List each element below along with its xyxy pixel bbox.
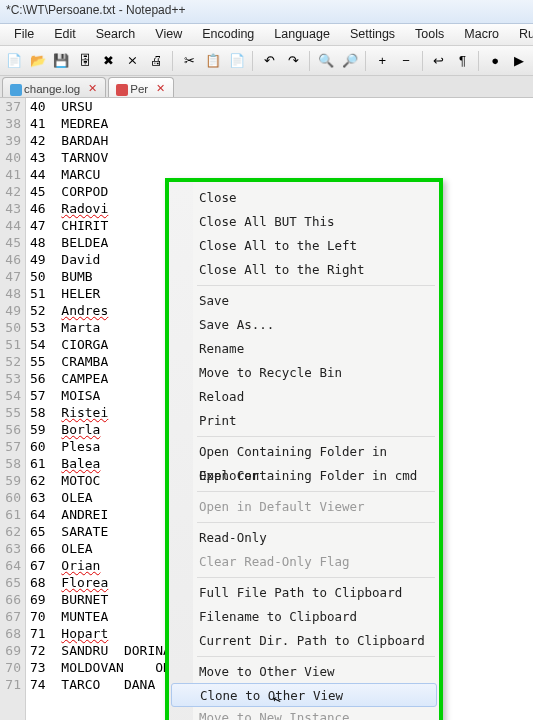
line-number: 42 [2, 183, 21, 200]
undo-icon[interactable]: ↶ [258, 50, 280, 72]
paste-icon[interactable]: 📄 [226, 50, 248, 72]
line-number: 46 [2, 251, 21, 268]
context-menu-item: Open in Default Viewer [169, 495, 439, 519]
zoom-in-icon[interactable]: + [371, 50, 393, 72]
context-menu-item[interactable]: Open Containing Folder in Explorer [169, 440, 439, 464]
context-menu-item[interactable]: Move to Recycle Bin [169, 361, 439, 385]
context-menu-item[interactable]: Open Containing Folder in cmd [169, 464, 439, 488]
copy-icon[interactable]: 📋 [202, 50, 224, 72]
mouse-cursor-icon: ↖ [268, 685, 284, 710]
line-number: 65 [2, 574, 21, 591]
context-menu-item[interactable]: Close [169, 186, 439, 210]
menu-edit[interactable]: Edit [44, 24, 86, 45]
context-menu-item[interactable]: Move to Other View [169, 660, 439, 684]
context-menu-item[interactable]: Current Dir. Path to Clipboard [169, 629, 439, 653]
zoom-out-icon[interactable]: − [395, 50, 417, 72]
close-all-icon[interactable]: ⨯ [122, 50, 144, 72]
menu-language[interactable]: Language [264, 24, 340, 45]
line-number: 71 [2, 676, 21, 693]
context-menu-item[interactable]: Save As... [169, 313, 439, 337]
code-line[interactable]: 43 TARNOV [30, 149, 533, 166]
tab-label: change.log [24, 83, 80, 95]
line-number: 58 [2, 455, 21, 472]
context-menu-item[interactable]: Read-Only [169, 526, 439, 550]
close-icon[interactable]: ✖ [98, 50, 120, 72]
toolbar-separator [172, 51, 173, 71]
line-number: 57 [2, 438, 21, 455]
line-number: 56 [2, 421, 21, 438]
line-number: 64 [2, 557, 21, 574]
context-menu-separator [197, 491, 435, 492]
log-file-icon [9, 83, 20, 94]
find-icon[interactable]: 🔍 [315, 50, 337, 72]
toolbar-separator [422, 51, 423, 71]
line-number: 61 [2, 506, 21, 523]
line-number: 48 [2, 285, 21, 302]
tab-label: Per [130, 83, 148, 95]
menu-tools[interactable]: Tools [405, 24, 454, 45]
line-number: 45 [2, 234, 21, 251]
context-menu-item[interactable]: Close All BUT This [169, 210, 439, 234]
code-line[interactable]: 40 URSU [30, 98, 533, 115]
menu-run[interactable]: Run [509, 24, 533, 45]
toolbar-separator [365, 51, 366, 71]
show-all-icon[interactable]: ¶ [452, 50, 474, 72]
menubar: FileEditSearchViewEncodingLanguageSettin… [0, 24, 533, 46]
context-menu-item[interactable]: Full File Path to Clipboard [169, 581, 439, 605]
code-line[interactable]: 42 BARDAH [30, 132, 533, 149]
toolbar: 📄📂💾🗄✖⨯🖨✂📋📄↶↷🔍🔎+−↩¶●▶ [0, 46, 533, 76]
wrap-icon[interactable]: ↩ [428, 50, 450, 72]
menu-macro[interactable]: Macro [454, 24, 509, 45]
context-menu-item[interactable]: Filename to Clipboard [169, 605, 439, 629]
context-menu-item: Clear Read-Only Flag [169, 550, 439, 574]
line-number: 62 [2, 523, 21, 540]
context-menu-item: Move to New Instance [169, 706, 439, 720]
play-macro-icon[interactable]: ▶ [508, 50, 530, 72]
tab-context-menu: CloseClose All BUT ThisClose All to the … [165, 178, 443, 720]
line-number: 67 [2, 608, 21, 625]
tab[interactable]: change.log✕ [2, 77, 106, 97]
menu-encoding[interactable]: Encoding [192, 24, 264, 45]
context-menu-item[interactable]: Reload [169, 385, 439, 409]
context-menu-separator [197, 577, 435, 578]
print-icon[interactable]: 🖨 [146, 50, 168, 72]
menu-search[interactable]: Search [86, 24, 146, 45]
new-file-icon[interactable]: 📄 [3, 50, 25, 72]
menu-file[interactable]: File [4, 24, 44, 45]
toolbar-separator [252, 51, 253, 71]
line-number: 66 [2, 591, 21, 608]
toolbar-separator [478, 51, 479, 71]
context-menu-item[interactable]: Close All to the Right [169, 258, 439, 282]
line-number: 38 [2, 115, 21, 132]
open-file-icon[interactable]: 📂 [27, 50, 49, 72]
code-line[interactable]: 41 MEDREA [30, 115, 533, 132]
context-menu-separator [197, 285, 435, 286]
tab-close-icon[interactable]: ✕ [156, 82, 165, 95]
cut-icon[interactable]: ✂ [178, 50, 200, 72]
line-number: 39 [2, 132, 21, 149]
context-menu-item[interactable]: Clone to Other View↖ [171, 683, 437, 707]
line-number: 50 [2, 319, 21, 336]
record-macro-icon[interactable]: ● [484, 50, 506, 72]
context-menu-item[interactable]: Rename [169, 337, 439, 361]
menu-settings[interactable]: Settings [340, 24, 405, 45]
line-number: 63 [2, 540, 21, 557]
redo-icon[interactable]: ↷ [282, 50, 304, 72]
line-number: 40 [2, 149, 21, 166]
tab-close-icon[interactable]: ✕ [88, 82, 97, 95]
window-titlebar: *C:\WT\Persoane.txt - Notepad++ [0, 0, 533, 24]
line-number: 60 [2, 489, 21, 506]
menu-view[interactable]: View [145, 24, 192, 45]
line-number: 47 [2, 268, 21, 285]
context-menu-item[interactable]: Save [169, 289, 439, 313]
save-icon[interactable]: 💾 [51, 50, 73, 72]
editor[interactable]: 3738394041424344454647484950515253545556… [0, 98, 533, 720]
line-number: 43 [2, 200, 21, 217]
context-menu-item[interactable]: Print [169, 409, 439, 433]
context-menu-item[interactable]: Close All to the Left [169, 234, 439, 258]
text-file-icon [115, 83, 126, 94]
save-all-icon[interactable]: 🗄 [74, 50, 96, 72]
context-menu-separator [197, 656, 435, 657]
tab[interactable]: Per✕ [108, 77, 174, 97]
replace-icon[interactable]: 🔎 [339, 50, 361, 72]
